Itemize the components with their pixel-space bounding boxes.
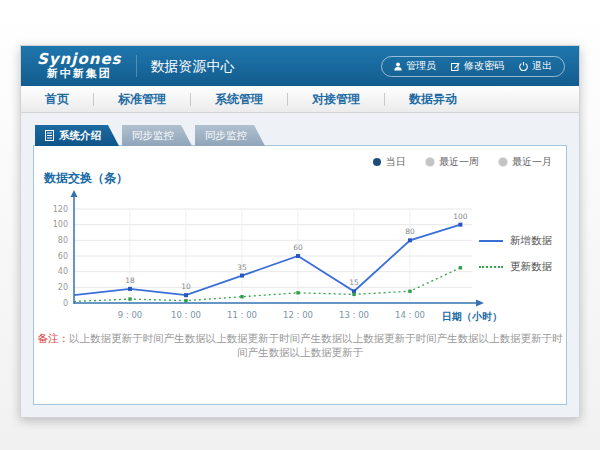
svg-text:100: 100 — [53, 220, 68, 229]
nav-item-standard-mgmt[interactable]: 标准管理 — [94, 86, 190, 112]
main-nav: 首页 标准管理 系统管理 对接管理 数据异动 — [21, 86, 579, 113]
current-user[interactable]: 管理员 — [394, 59, 436, 73]
content-area: 系统介绍 同步监控 同步监控 当日 最近一周 — [21, 113, 579, 417]
svg-text:60: 60 — [58, 252, 68, 261]
document-icon — [45, 130, 54, 141]
change-password-button[interactable]: 修改密码 — [451, 59, 504, 73]
chart-legend: 新增数据 更新数据 — [479, 234, 552, 274]
svg-text:18: 18 — [125, 276, 135, 285]
logout-button[interactable]: 退出 — [519, 59, 552, 73]
change-password-label: 修改密码 — [464, 59, 504, 73]
svg-text:80: 80 — [405, 227, 415, 236]
svg-text:13 : 00: 13 : 00 — [339, 310, 369, 320]
time-range-filters: 当日 最近一周 最近一月 — [373, 155, 552, 169]
svg-text:20: 20 — [58, 283, 68, 292]
svg-text:40: 40 — [58, 267, 68, 276]
y-axis-title: 数据交换（条） — [44, 170, 128, 187]
current-user-label: 管理员 — [406, 59, 436, 73]
nav-item-data-change[interactable]: 数据异动 — [385, 86, 481, 112]
power-icon — [519, 62, 528, 71]
edit-icon — [451, 62, 460, 71]
app-window: Synjones 新中新集团 数据资源中心 管理员 修改密码 退出 首页 标准管… — [20, 45, 580, 418]
nav-item-interface-mgmt[interactable]: 对接管理 — [288, 86, 384, 112]
legend-label: 新增数据 — [510, 234, 552, 248]
svg-text:日期（小时）: 日期（小时） — [442, 311, 502, 322]
filter-label: 最近一月 — [512, 155, 552, 169]
svg-text:14 : 00: 14 : 00 — [395, 310, 425, 320]
tab-sync-monitor-1[interactable]: 同步监控 — [122, 125, 192, 146]
company-logo: Synjones 新中新集团 — [21, 52, 136, 80]
nav-item-home[interactable]: 首页 — [21, 86, 93, 112]
radio-unselected-icon — [426, 158, 434, 166]
filter-label: 最近一周 — [439, 155, 479, 169]
footnote-text: 以上数据更新于时间产生数据以上数据更新于时间产生数据以上数据更新于时间产生数据以… — [69, 332, 563, 358]
filter-option-last-week[interactable]: 最近一周 — [426, 155, 479, 169]
footnote: 备注：以上数据更新于时间产生数据以上数据更新于时间产生数据以上数据更新于时间产生… — [34, 332, 566, 360]
svg-text:0: 0 — [63, 299, 68, 308]
logo-text-en: Synjones — [37, 52, 122, 67]
tab-label: 同步监控 — [132, 125, 174, 146]
logo-text-cn: 新中新集团 — [37, 67, 122, 80]
user-toolbar: 管理员 修改密码 退出 — [381, 56, 565, 77]
svg-text:35: 35 — [237, 263, 247, 272]
svg-text:11 : 00: 11 : 00 — [227, 310, 257, 320]
legend-item-update-data[interactable]: 更新数据 — [479, 260, 552, 274]
svg-text:10 : 00: 10 : 00 — [171, 310, 201, 320]
user-icon — [394, 62, 402, 71]
app-header: Synjones 新中新集团 数据资源中心 管理员 修改密码 退出 — [21, 46, 579, 86]
svg-text:12 : 00: 12 : 00 — [283, 310, 313, 320]
svg-text:9 : 00: 9 : 00 — [118, 310, 143, 320]
tab-label: 同步监控 — [205, 125, 247, 146]
footnote-prefix: 备注： — [38, 332, 70, 344]
legend-item-new-data[interactable]: 新增数据 — [479, 234, 552, 248]
svg-text:80: 80 — [58, 236, 68, 245]
tab-system-intro[interactable]: 系统介绍 — [35, 125, 119, 146]
line-chart-svg: 0204060801001209 : 0010 : 0011 : 0012 : … — [44, 188, 506, 330]
svg-text:60: 60 — [293, 243, 303, 252]
filter-option-last-month[interactable]: 最近一月 — [499, 155, 552, 169]
svg-text:100: 100 — [453, 212, 468, 221]
filter-option-today[interactable]: 当日 — [373, 155, 406, 169]
svg-text:15: 15 — [349, 278, 359, 287]
chart-panel: 当日 最近一周 最近一月 数据交换（条） 0204060801001209 : … — [33, 145, 567, 405]
tab-bar: 系统介绍 同步监控 同步监控 — [35, 125, 567, 146]
logout-label: 退出 — [532, 59, 552, 73]
svg-text:120: 120 — [53, 205, 68, 214]
legend-label: 更新数据 — [510, 260, 552, 274]
tab-sync-monitor-2[interactable]: 同步监控 — [195, 125, 265, 146]
radio-selected-icon — [373, 158, 381, 166]
dotted-line-swatch-icon — [479, 266, 503, 268]
page-title: 数据资源中心 — [136, 55, 235, 77]
tab-label: 系统介绍 — [59, 125, 101, 146]
svg-text:10: 10 — [181, 282, 191, 291]
solid-line-swatch-icon — [479, 240, 503, 242]
filter-label: 当日 — [386, 155, 406, 169]
radio-unselected-icon — [499, 158, 507, 166]
nav-item-system-mgmt[interactable]: 系统管理 — [191, 86, 287, 112]
